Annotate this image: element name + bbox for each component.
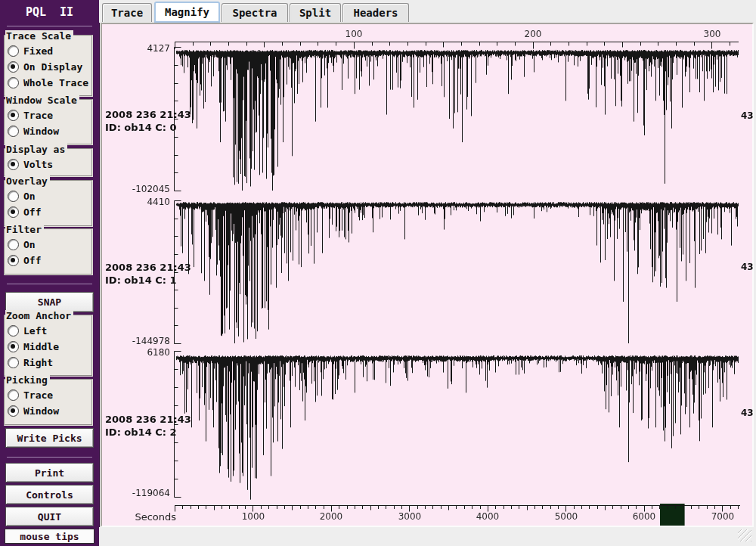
radio-icon[interactable] [8, 77, 19, 88]
tab-bar: Trace Magnify Spectra Split Headers [99, 0, 756, 23]
trace2-id-label: ID: ob14 C: 2 [105, 427, 177, 439]
radio-overlay-off[interactable]: Off [5, 204, 91, 220]
write-picks-button[interactable]: Write Picks [5, 428, 94, 448]
tab-split[interactable]: Split [290, 3, 341, 22]
top-axis-tick-label: 100 [339, 29, 369, 39]
group-title: Zoom Anchor [5, 310, 73, 321]
group-title: Trace Scale [5, 30, 73, 42]
trace1-id-label: ID: ob14 C: 1 [105, 275, 177, 287]
trace2-time-label: 2008 236 21:43 [105, 414, 191, 426]
group-zoom-anchor: Zoom Anchor Left Middle Right [4, 315, 93, 377]
radio-icon[interactable] [8, 110, 19, 121]
tab-trace[interactable]: Trace [102, 3, 152, 22]
radio-whole-trace[interactable]: Whole Trace [5, 75, 91, 91]
window-bottom-strip [99, 527, 756, 546]
radio-label: Trace [23, 110, 53, 121]
waveform-canvas[interactable] [102, 24, 752, 526]
trace0-id-label: ID: ob14 C: 0 [105, 122, 177, 134]
group-title: Picking [5, 374, 50, 386]
radio-volts[interactable]: Volts [5, 157, 91, 172]
bottom-axis-tick-label: 4000 [465, 511, 510, 522]
print-button[interactable]: Print [5, 463, 94, 482]
radio-label: Window [23, 126, 59, 137]
trace0-time-label: 2008 236 21:43 [105, 109, 191, 121]
trace1-min-value: -144978 [102, 336, 170, 347]
group-title: Display as [5, 144, 67, 155]
radio-label: Volts [23, 159, 53, 170]
trace2-max-value: 6180 [102, 347, 170, 358]
radio-icon[interactable] [8, 357, 19, 368]
radio-anchor-right[interactable]: Right [5, 355, 91, 371]
tab-headers[interactable]: Headers [342, 3, 409, 22]
sidebar: PQL II Trace Scale Fixed On Display Whol… [0, 0, 100, 546]
radio-icon[interactable] [8, 341, 19, 352]
group-filter: Filter On Off [4, 228, 93, 275]
radio-label: Window [23, 405, 59, 417]
radio-icon[interactable] [8, 239, 19, 250]
top-axis-tick-label: 300 [697, 29, 727, 39]
radio-on-display[interactable]: On Display [5, 59, 91, 75]
group-title: Overlay [5, 175, 50, 187]
tab-spectra[interactable]: Spectra [222, 3, 288, 22]
trace1-max-value: 4410 [102, 197, 170, 208]
radio-icon[interactable] [8, 61, 19, 73]
group-overlay: Overlay On Off [4, 180, 93, 227]
group-title: Filter [5, 224, 44, 235]
radio-anchor-left[interactable]: Left [5, 323, 91, 339]
snap-button[interactable]: SNAP [5, 292, 94, 312]
radio-label: Fixed [23, 45, 53, 57]
radio-icon[interactable] [8, 159, 19, 170]
magnify-window-indicator[interactable] [660, 504, 685, 526]
group-picking: Picking Trace Window [4, 379, 93, 426]
radio-filter-on[interactable]: On [5, 237, 91, 253]
radio-anchor-middle[interactable]: Middle [5, 339, 91, 355]
radio-label: Left [23, 325, 47, 337]
radio-label: Right [23, 357, 53, 368]
radio-trace[interactable]: Trace [5, 107, 91, 123]
group-display-as: Display as Volts [4, 148, 93, 177]
quit-button[interactable]: QUIT [5, 507, 94, 526]
divider [7, 26, 92, 26]
plot-panel: 100 200 300 4127 -102045 2008 236 21:43 … [101, 23, 754, 527]
radio-label: On [23, 239, 36, 250]
radio-fixed[interactable]: Fixed [5, 43, 91, 59]
radio-icon[interactable] [8, 405, 19, 417]
mouse-tips-button[interactable]: mouse tips [5, 529, 94, 544]
trace2-min-value: -119064 [102, 488, 170, 499]
trace1-right-label: 43 [741, 262, 753, 273]
bottom-axis-tick-label: 5000 [544, 511, 589, 522]
divider [7, 284, 92, 284]
radio-icon[interactable] [8, 206, 19, 218]
trace0-max-value: 4127 [102, 43, 170, 54]
tab-magnify[interactable]: Magnify [154, 2, 220, 23]
bottom-axis-tick-label: 3000 [387, 511, 432, 522]
radio-picking-window[interactable]: Window [5, 403, 91, 419]
radio-filter-off[interactable]: Off [5, 253, 91, 268]
bottom-axis-tick-label: 2000 [308, 511, 354, 522]
bottom-axis-tick-label: 1000 [231, 511, 276, 522]
radio-picking-trace[interactable]: Trace [5, 387, 91, 403]
radio-icon[interactable] [8, 126, 19, 137]
radio-label: Middle [23, 341, 59, 352]
trace2-right-label: 43 [741, 408, 753, 419]
trace0-min-value: -102045 [102, 184, 170, 195]
radio-label: Whole Trace [23, 77, 88, 88]
app-title: PQL II [0, 5, 99, 19]
radio-icon[interactable] [8, 191, 19, 202]
resize-grip[interactable] [738, 529, 751, 541]
radio-icon[interactable] [8, 325, 19, 337]
radio-label: Trace [23, 389, 53, 401]
radio-label: Off [23, 255, 41, 266]
pql-window: PQL II Trace Scale Fixed On Display Whol… [0, 0, 756, 546]
group-trace-scale: Trace Scale Fixed On Display Whole Trace [4, 35, 93, 97]
divider [7, 457, 92, 458]
controls-button[interactable]: Controls [5, 485, 94, 504]
radio-icon[interactable] [8, 389, 19, 401]
radio-overlay-on[interactable]: On [5, 188, 91, 204]
top-axis-tick-label: 200 [518, 29, 548, 39]
radio-icon[interactable] [8, 45, 19, 57]
radio-window[interactable]: Window [5, 123, 91, 139]
bottom-axis-unit-label: Seconds [116, 511, 176, 523]
group-title: Window Scale [5, 95, 79, 106]
radio-icon[interactable] [8, 255, 19, 266]
